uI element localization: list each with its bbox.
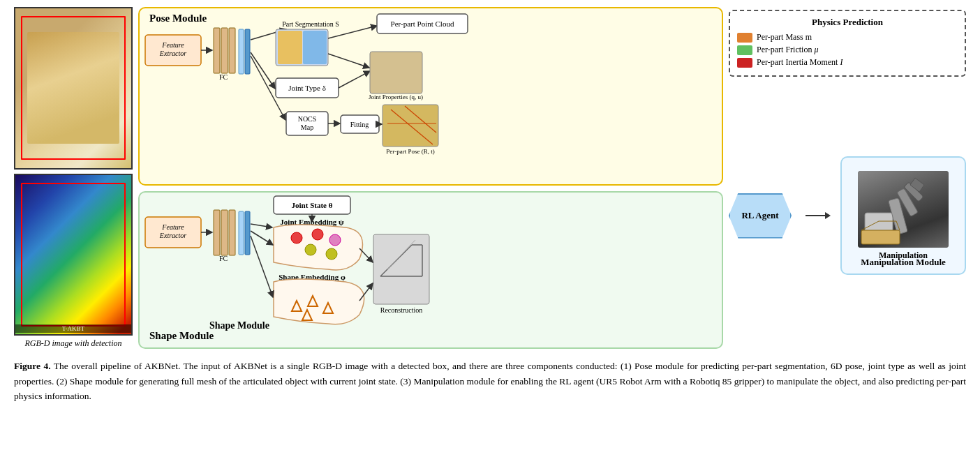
mass-label: Per-part Mass m xyxy=(757,32,812,43)
svg-rect-46 xyxy=(229,210,235,255)
svg-rect-82 xyxy=(861,230,900,244)
svg-text:Fitting: Fitting xyxy=(350,121,369,128)
caption-label: Figure 4. xyxy=(14,361,51,371)
physics-inertia-item: Per-part Inertia Moment I xyxy=(737,57,958,68)
svg-line-74 xyxy=(359,248,373,262)
pipeline-diagram: T-AKBT RGB-D image with detection Pose M… xyxy=(14,7,966,349)
svg-rect-48 xyxy=(239,211,244,255)
svg-text:Feature: Feature xyxy=(161,223,184,231)
svg-text:Per-part Point Cloud: Per-part Point Cloud xyxy=(391,20,454,28)
svg-rect-22 xyxy=(370,52,422,93)
svg-text:Joint Type δ: Joint Type δ xyxy=(288,84,326,92)
manip-module: Manipulation Manipulation Module xyxy=(840,156,966,275)
svg-rect-8 xyxy=(239,29,244,74)
caption: Figure 4. The overall pipeline of AKBNet… xyxy=(14,359,966,404)
svg-point-54 xyxy=(291,232,302,243)
physics-mass-item: Per-part Mass m xyxy=(737,32,958,43)
rgbd-label: RGB-D image with detection xyxy=(14,338,133,349)
mass-color xyxy=(737,33,752,43)
svg-line-37 xyxy=(328,54,369,68)
inertia-color xyxy=(737,58,752,68)
manip-module-title: Manipulation Module xyxy=(842,257,965,268)
caption-text: The overall pipeline of AKBNet. The inpu… xyxy=(14,361,966,401)
robot-image xyxy=(858,171,949,248)
physics-title: Physics Prediction xyxy=(737,17,958,28)
svg-text:FC: FC xyxy=(219,255,228,262)
left-column: T-AKBT RGB-D image with detection xyxy=(14,7,133,349)
svg-text:Joint Properties (q, u): Joint Properties (q, u) xyxy=(369,93,423,100)
rl-agent-text: RL Agent xyxy=(741,210,778,221)
svg-point-57 xyxy=(305,244,316,255)
friction-color xyxy=(737,45,752,55)
svg-rect-45 xyxy=(221,210,228,255)
robot-svg xyxy=(858,171,949,248)
physics-friction-item: Per-part Friction μ xyxy=(737,45,958,55)
svg-line-64 xyxy=(251,231,273,245)
svg-text:Extractor: Extractor xyxy=(159,232,186,239)
rl-agent-box: RL Agent xyxy=(729,193,792,239)
friction-label: Per-part Friction μ xyxy=(757,45,818,55)
svg-text:Per-part Pose (R, t): Per-part Pose (R, t) xyxy=(386,148,434,155)
svg-rect-4 xyxy=(214,28,220,73)
svg-text:Feature: Feature xyxy=(161,41,184,49)
svg-text:NOCS: NOCS xyxy=(298,115,317,123)
shape-module: Shape Module Feature Extractor xyxy=(138,191,723,349)
shape-module-svg: Feature Extractor FC Joint State θ xyxy=(140,193,722,347)
svg-text:Extractor: Extractor xyxy=(159,50,186,57)
svg-point-55 xyxy=(312,229,323,240)
svg-rect-44 xyxy=(214,210,220,255)
svg-text:Shape Module: Shape Module xyxy=(209,320,269,331)
svg-rect-13 xyxy=(278,31,302,64)
svg-text:Map: Map xyxy=(301,123,313,131)
svg-rect-49 xyxy=(245,211,250,255)
pose-module: Pose Module Feature Extractor FC xyxy=(138,7,723,186)
svg-point-58 xyxy=(326,248,337,260)
svg-point-56 xyxy=(329,234,341,246)
svg-rect-5 xyxy=(221,28,228,73)
svg-line-52 xyxy=(251,224,272,227)
rgb-image xyxy=(14,7,133,170)
svg-line-65 xyxy=(251,236,273,297)
rl-to-manip-arrow xyxy=(805,215,826,216)
svg-text:Joint State θ: Joint State θ xyxy=(292,201,333,209)
rl-manip-row: RL Agent xyxy=(729,82,966,349)
svg-rect-14 xyxy=(303,31,327,64)
svg-rect-9 xyxy=(245,29,250,74)
svg-line-20 xyxy=(251,52,275,89)
svg-line-21 xyxy=(339,71,370,88)
svg-text:Part Segmentation S: Part Segmentation S xyxy=(282,20,339,28)
inertia-label: Per-part Inertia Moment I xyxy=(757,57,842,68)
svg-text:FC: FC xyxy=(219,73,228,81)
svg-rect-6 xyxy=(229,28,235,73)
svg-text:Reconstruction: Reconstruction xyxy=(380,306,423,314)
right-column: Physics Prediction Per-part Mass m Per-p… xyxy=(729,7,966,349)
pose-module-svg: Feature Extractor FC xyxy=(140,8,722,184)
physics-box: Physics Prediction Per-part Mass m Per-p… xyxy=(729,10,966,77)
rl-agent-shape: RL Agent xyxy=(729,193,792,239)
depth-image: T-AKBT xyxy=(14,174,133,336)
